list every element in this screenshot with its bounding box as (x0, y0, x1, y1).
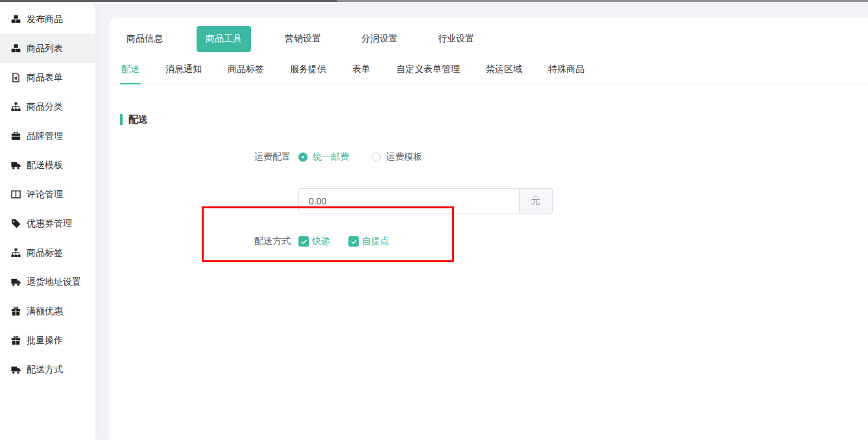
checkbox-pickup-point[interactable]: 自提点 (348, 236, 389, 247)
truck-icon (11, 365, 21, 374)
subtab-message-notification[interactable]: 消息通知 (164, 61, 203, 84)
briefcase-icon (11, 131, 21, 141)
subtab-custom-form-management[interactable]: 自定义表单管理 (395, 61, 461, 84)
delivery-method-label: 配送方式 (109, 236, 291, 247)
cubes-icon (11, 43, 21, 53)
checkbox-label: 快递 (312, 236, 330, 247)
tab-profit-settings[interactable]: 分润设置 (355, 33, 404, 45)
subtab-delivery[interactable]: 配送 (120, 61, 141, 84)
top-border (0, 0, 868, 2)
subtab-form[interactable]: 表单 (351, 61, 372, 84)
tab-marketing-settings[interactable]: 营销设置 (278, 33, 328, 45)
truck-icon (11, 277, 21, 287)
sidebar-item-label: 优惠券管理 (27, 218, 72, 230)
sidebar-item-coupon-management[interactable]: 优惠券管理 (0, 209, 95, 238)
tab-product-tools[interactable]: 商品工具 (197, 26, 251, 52)
sidebar-item-label: 商品表单 (27, 72, 63, 84)
delivery-method-row: 配送方式 快递 自提点 (109, 236, 868, 247)
gift-icon (11, 306, 21, 316)
sidebar-item-label: 发布商品 (27, 14, 63, 25)
sidebar-item-label: 配送方式 (27, 364, 63, 376)
section-title-text: 配送 (128, 114, 148, 126)
radio-unselected-icon (372, 153, 381, 162)
checkbox-checked-icon (298, 236, 309, 247)
freight-config-label: 运费配置 (109, 151, 291, 163)
subtab-special-products[interactable]: 特殊商品 (547, 61, 586, 84)
sidebar-item-label: 配送模板 (27, 160, 63, 171)
sidebar-item-delivery-template[interactable]: 配送模板 (0, 151, 95, 180)
sidebar-item-product-form[interactable]: 商品表单 (0, 63, 95, 92)
sidebar-item-publish-product[interactable]: 发布商品 (0, 5, 95, 34)
sidebar-item-label: 品牌管理 (27, 130, 63, 142)
radio-freight-template[interactable]: 运费模板 (372, 151, 422, 163)
check-icon (350, 238, 357, 245)
sub-tabs: 配送 消息通知 商品标签 服务提供 表单 自定义表单管理 禁运区域 特殊商品 (109, 52, 868, 84)
sidebar-item-label: 商品标签 (27, 247, 63, 259)
sidebar-item-product-list[interactable]: 商品列表 (0, 34, 95, 63)
sidebar-item-delivery-method[interactable]: 配送方式 (0, 355, 95, 384)
sidebar-item-label: 批量操作 (27, 335, 63, 347)
truck-icon (11, 160, 21, 170)
sidebar-item-full-amount-discount[interactable]: 满额优惠 (0, 297, 95, 326)
radio-unified-postage[interactable]: 统一邮费 (298, 151, 349, 163)
sidebar-item-return-address-settings[interactable]: 退货地址设置 (0, 267, 95, 297)
sidebar-item-brand-management[interactable]: 品牌管理 (0, 121, 95, 151)
checkbox-checked-icon (348, 236, 359, 247)
sidebar-item-label: 退货地址设置 (27, 276, 81, 288)
fee-input-row: 元 (109, 163, 868, 214)
sidebar-item-label: 评论管理 (27, 189, 63, 201)
radio-label: 运费模板 (386, 151, 422, 163)
radio-label: 统一邮费 (313, 151, 349, 163)
section-title: 配送 (120, 114, 868, 126)
cubes-icon (11, 14, 21, 24)
file-x-icon (11, 73, 21, 82)
sidebar-item-batch-operation[interactable]: 批量操作 (0, 326, 95, 355)
tab-industry-settings[interactable]: 行业设置 (431, 33, 481, 45)
sidebar-item-label: 商品分类 (27, 101, 63, 113)
content-card: 商品信息 商品工具 营销设置 分润设置 行业设置 配送 消息通知 商品标签 服务… (109, 18, 868, 440)
subtab-service-provision[interactable]: 服务提供 (289, 61, 328, 84)
sitemap-icon (11, 248, 21, 258)
main-tabs: 商品信息 商品工具 营销设置 分润设置 行业设置 (109, 18, 868, 52)
tag-icon (11, 219, 21, 228)
subtab-restricted-area[interactable]: 禁运区域 (485, 61, 524, 84)
sidebar-item-comment-management[interactable]: 评论管理 (0, 180, 95, 209)
gift-icon (11, 336, 21, 345)
page: 发布商品 商品列表 商品表单 商品分类 品牌管理 配送模板 评论管理 优惠券管 (0, 0, 868, 440)
postage-fee-input[interactable] (298, 188, 519, 214)
sidebar: 发布商品 商品列表 商品表单 商品分类 品牌管理 配送模板 评论管理 优惠券管 (0, 2, 95, 440)
columns-icon (11, 189, 21, 199)
sidebar-item-product-tags[interactable]: 商品标签 (0, 238, 95, 267)
radio-selected-icon (298, 153, 307, 162)
subtab-product-tags[interactable]: 商品标签 (226, 61, 265, 84)
checkbox-express[interactable]: 快递 (298, 236, 330, 247)
sidebar-item-label: 商品列表 (27, 43, 63, 55)
sidebar-item-label: 满额优惠 (27, 306, 63, 317)
delivery-form: 运费配置 统一邮费 运费模板 元 (109, 151, 868, 247)
freight-config-row: 运费配置 统一邮费 运费模板 (109, 151, 868, 163)
sitemap-icon (11, 102, 21, 112)
tab-product-info[interactable]: 商品信息 (120, 33, 169, 45)
check-icon (300, 238, 307, 245)
checkbox-label: 自提点 (362, 236, 389, 247)
sidebar-item-product-category[interactable]: 商品分类 (0, 92, 95, 121)
accent-bar (120, 114, 123, 125)
currency-unit-suffix: 元 (519, 188, 553, 214)
